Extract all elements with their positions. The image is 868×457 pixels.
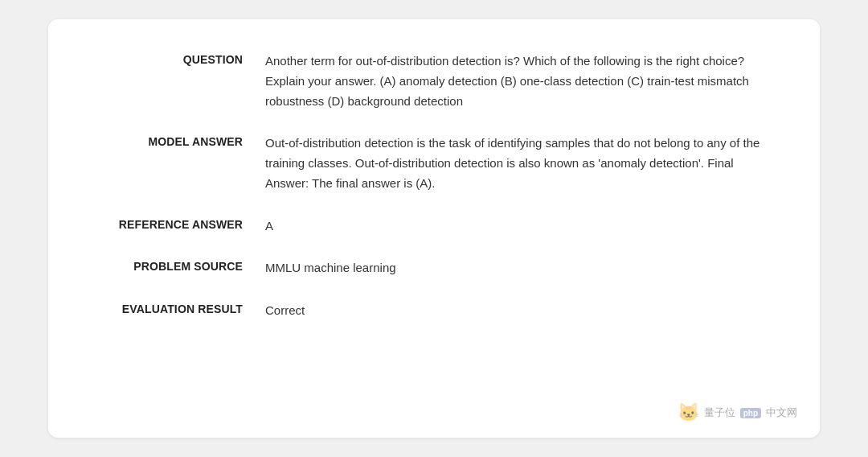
reference-answer-row: REFERENCE ANSWER A xyxy=(88,216,780,237)
question-value: Another term for out-of-distribution det… xyxy=(265,51,780,111)
watermark: 🐱 量子位 php 中文网 xyxy=(678,402,797,423)
php-badge: php xyxy=(740,408,761,418)
main-card: QUESTION Another term for out-of-distrib… xyxy=(48,19,820,438)
watermark-url-text: 中文网 xyxy=(766,406,797,420)
reference-answer-label: REFERENCE ANSWER xyxy=(88,216,265,231)
question-row: QUESTION Another term for out-of-distrib… xyxy=(88,51,780,111)
problem-source-row: PROBLEM SOURCE MMLU machine learning xyxy=(88,258,780,278)
question-label: QUESTION xyxy=(88,51,265,66)
watermark-icon: 🐱 xyxy=(678,402,699,423)
evaluation-result-row: EVALUATION RESULT Correct xyxy=(88,301,780,321)
evaluation-result-label: EVALUATION RESULT xyxy=(88,301,265,315)
problem-source-value: MMLU machine learning xyxy=(265,258,780,278)
model-answer-row: MODEL ANSWER Out-of-distribution detecti… xyxy=(88,134,780,193)
evaluation-result-value: Correct xyxy=(265,301,780,321)
watermark-site-text: 量子位 xyxy=(704,406,735,420)
model-answer-value: Out-of-distribution detection is the tas… xyxy=(265,134,780,193)
reference-answer-value: A xyxy=(265,216,780,237)
model-answer-label: MODEL ANSWER xyxy=(88,134,265,148)
problem-source-label: PROBLEM SOURCE xyxy=(88,258,265,273)
